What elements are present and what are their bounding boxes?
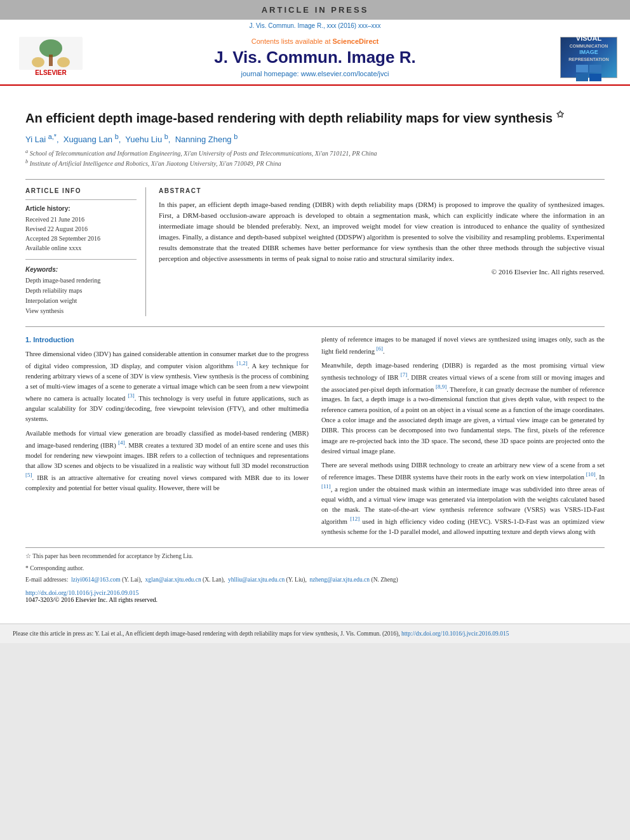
email-footnotes: E-mail addresses: lziyi0614@163.com (Y. … bbox=[25, 575, 605, 585]
doi-link-1[interactable]: http://dx.doi.org/10.1016/j.jvcir.2016.0… bbox=[25, 589, 138, 596]
history-label: Article history: bbox=[25, 205, 137, 212]
the-mask-text: the mask bbox=[332, 506, 359, 513]
sciencedirect-link: Contents lists available at ScienceDirec… bbox=[89, 37, 541, 45]
journal-header-top: J. Vis. Commun. Image R., xxx (2016) xxx… bbox=[0, 20, 630, 30]
email-yuehu-liu[interactable]: yhlliu@aiar.xjtu.edu.cn bbox=[228, 577, 285, 583]
received-date: Received 21 June 2016 bbox=[25, 215, 137, 224]
body-para-2: Available methods for virtual view gener… bbox=[25, 429, 309, 494]
email-nanning-zheng[interactable]: nzheng@aiar.xjtu.edu.cn bbox=[310, 577, 370, 583]
page: ARTICLE IN PRESS J. Vis. Commun. Image R… bbox=[0, 0, 630, 643]
body-para-5: There are several methods using DIBR tec… bbox=[321, 460, 605, 537]
available-online: Available online xxxx bbox=[25, 243, 137, 253]
email-yi-lai[interactable]: lziyi0614@163.com bbox=[71, 577, 121, 583]
citation-bar: Please cite this article in press as: Y.… bbox=[0, 623, 630, 643]
doi-links-area: http://dx.doi.org/10.1016/j.jvcir.2016.0… bbox=[25, 587, 605, 606]
keyword-4: View synthesis bbox=[25, 306, 137, 316]
body-col-left: 1. Introduction Three dimensional video … bbox=[25, 335, 309, 542]
corresponding-footnote: * Corresponding author. bbox=[25, 564, 605, 573]
svg-point-3 bbox=[32, 57, 44, 67]
affiliations: a School of Telecommunication and Inform… bbox=[25, 148, 605, 169]
journal-logo-box-icon: VISUAL COMMUNICATION IMAGE REPRESENTATIO… bbox=[560, 37, 617, 78]
elsevier-logo-area: ELSEVIER bbox=[13, 37, 89, 78]
body-content: 1. Introduction Three dimensional video … bbox=[25, 326, 605, 542]
journal-title: J. Vis. Commun. Image R. bbox=[89, 48, 541, 67]
article-info-heading: ARTICLE INFO bbox=[25, 187, 137, 194]
keywords-label: Keywords: bbox=[25, 266, 137, 273]
journal-logo-right: VISUAL COMMUNICATION IMAGE REPRESENTATIO… bbox=[541, 37, 617, 78]
abstract-column: ABSTRACT In this paper, an efficient dep… bbox=[159, 187, 605, 316]
svg-point-1 bbox=[39, 39, 62, 57]
article-info-column: ARTICLE INFO Article history: Received 2… bbox=[25, 187, 146, 316]
abstract-heading: ABSTRACT bbox=[159, 187, 605, 194]
email-xuguang-lan[interactable]: xglan@aiar.xjtu.edu.cn bbox=[145, 577, 201, 583]
svg-point-4 bbox=[57, 57, 70, 67]
citation-text: Please cite this article in press as: Y.… bbox=[13, 630, 400, 637]
authors-line: Yi Lai a,*, Xuguang Lan b, Yuehu Liu b, … bbox=[25, 133, 605, 144]
abstract-body: In this paper, an efficient depth image-… bbox=[159, 199, 605, 277]
star-footnote: ☆ This paper has been recommended for ac… bbox=[25, 552, 605, 561]
svg-text:ELSEVIER: ELSEVIER bbox=[35, 69, 67, 76]
journal-info-center: Contents lists available at ScienceDirec… bbox=[89, 37, 541, 77]
author-nanning-zheng: Nanning Zheng b bbox=[175, 135, 238, 144]
article-in-press-banner: ARTICLE IN PRESS bbox=[0, 0, 630, 20]
body-two-col: 1. Introduction Three dimensional video … bbox=[25, 335, 605, 542]
keyword-1: Depth image-based rendering bbox=[25, 276, 137, 286]
keyword-3: Interpolation weight bbox=[25, 296, 137, 306]
body-para-1: Three dimensional video (3DV) has gained… bbox=[25, 349, 309, 425]
journal-header: ELSEVIER Contents lists available at Sci… bbox=[0, 30, 630, 86]
footnotes-area: ☆ This paper has been recommended for ac… bbox=[25, 547, 605, 585]
author-yuehu-liu: Yuehu Liu b bbox=[125, 135, 168, 144]
article-info-abstract-section: ARTICLE INFO Article history: Received 2… bbox=[25, 179, 605, 316]
body-para-4: Meanwhile, depth image-based rendering (… bbox=[321, 361, 605, 457]
section1-title: 1. Introduction bbox=[25, 335, 309, 345]
body-para-3: plenty of reference images to be managed… bbox=[321, 335, 605, 357]
elsevier-logo-icon: ELSEVIER bbox=[19, 37, 83, 78]
author-yi-lai: Yi Lai a,* bbox=[25, 135, 57, 144]
article-title: An efficient depth image-based rendering… bbox=[25, 109, 605, 126]
main-content: An efficient depth image-based rendering… bbox=[0, 86, 630, 618]
body-col-right: plenty of reference images to be managed… bbox=[321, 335, 605, 542]
issn-text: 1047-3203/© 2016 Elsevier Inc. All right… bbox=[25, 596, 158, 603]
copyright-text: © 2016 Elsevier Inc. All rights reserved… bbox=[159, 267, 605, 277]
keyword-2: Depth reliability maps bbox=[25, 286, 137, 296]
author-xuguang-lan: Xuguang Lan b bbox=[64, 135, 119, 144]
citation-doi-link[interactable]: http://dx.doi.org/10.1016/j.jvcir.2016.0… bbox=[401, 630, 509, 637]
banner-text: ARTICLE IN PRESS bbox=[262, 5, 369, 15]
accepted-date: Accepted 28 September 2016 bbox=[25, 234, 137, 243]
revised-date: Revised 22 August 2016 bbox=[25, 224, 137, 234]
svg-rect-2 bbox=[49, 55, 53, 66]
journal-ref-text: J. Vis. Commun. Image R., xxx (2016) xxx… bbox=[249, 22, 380, 29]
journal-homepage: journal homepage: www.elsevier.com/locat… bbox=[89, 70, 541, 77]
